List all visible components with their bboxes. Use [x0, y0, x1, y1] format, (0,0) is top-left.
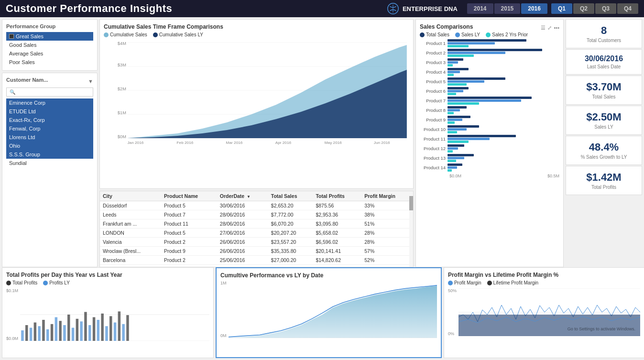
customer-sundial[interactable]: Sundial: [6, 159, 93, 167]
year-2015-btn[interactable]: 2015: [494, 3, 521, 14]
bar-ly: [448, 61, 458, 64]
cell-city: Valencia: [100, 238, 161, 247]
cell-margin: 51%: [361, 219, 413, 229]
bar-label: Product 5: [420, 79, 448, 84]
q4-btn[interactable]: Q4: [617, 3, 638, 14]
col-totalsales[interactable]: Total Sales: [268, 191, 313, 201]
perf-item-great-sales[interactable]: Great Sales: [6, 32, 93, 41]
svg-rect-22: [21, 330, 24, 341]
perf-item-good-sales[interactable]: Good Sales: [6, 41, 93, 49]
customer-exactrx[interactable]: Exact-Rx, Corp: [6, 116, 93, 124]
cell-profits: $5,658.02: [313, 229, 361, 238]
bar-label: Product 3: [420, 60, 448, 65]
svg-text:Apr 2016: Apr 2016: [275, 141, 292, 145]
windows-watermark: Go to Settings to activate Windows.: [568, 327, 635, 331]
perf-item-average-sales[interactable]: Average Sales: [6, 49, 93, 58]
customer-eminence[interactable]: Eminence Corp: [6, 98, 93, 107]
cell-date: 26/06/2016: [217, 247, 268, 256]
profits-chart-area: $0.1M $0.0M: [6, 288, 209, 341]
bar-2yr: [448, 141, 469, 143]
cell-profits: $3,095.80: [313, 219, 361, 229]
bar-total: [448, 77, 505, 80]
table-row[interactable]: Leeds Product 7 28/06/2016 $7,772.00 $2,…: [100, 210, 413, 219]
cell-profits: $2,953.36: [313, 210, 361, 219]
customer-search-box[interactable]: 🔍: [6, 87, 93, 97]
col-city[interactable]: City: [100, 191, 161, 201]
legend-lm-dot: [487, 281, 492, 285]
table-row[interactable]: Valencia Product 2 26/06/2016 $23,557.20…: [100, 238, 413, 247]
q1-btn[interactable]: Q1: [551, 3, 572, 14]
bar-2yr: [448, 64, 453, 66]
cell-sales: $2,653.20: [268, 201, 313, 210]
customer-fenwal[interactable]: Fenwal, Corp: [6, 124, 93, 133]
bar-label: Product 11: [420, 136, 448, 142]
legend-profitsly-dot: [43, 281, 48, 285]
svg-text:Feb 2016: Feb 2016: [177, 141, 194, 145]
customer-sss[interactable]: S.S.S. Group: [6, 150, 93, 159]
bar-group: [448, 68, 559, 76]
cumulative-sales-panel: Cumulative Sales Time Frame Comparisons …: [99, 19, 414, 189]
cell-sales: $23,557.20: [268, 238, 313, 247]
dropdown-chevron-icon[interactable]: ▼: [88, 78, 93, 84]
customer-llorens[interactable]: Llorens Ltd: [6, 133, 93, 142]
cell-margin: 38%: [361, 210, 413, 219]
bar-label: Product 1: [420, 41, 448, 46]
cell-sales: $7,772.00: [268, 210, 313, 219]
cell-city: Düsseldorf: [100, 201, 161, 210]
svg-marker-62: [458, 315, 640, 336]
panel-more-icon[interactable]: •••: [554, 25, 559, 31]
cell-margin: 28%: [361, 238, 413, 247]
table-row[interactable]: Frankfurt am ... Product 11 28/06/2016 $…: [100, 219, 413, 229]
cumulative-chart-area: $4M $3M $2M $1M $0M: [104, 40, 409, 145]
stat-profits-label: Total Profits: [572, 185, 636, 190]
perf-item-poor-sales[interactable]: Poor Sales: [6, 58, 93, 66]
customer-ohio[interactable]: Ohio: [6, 142, 93, 150]
pm-y-top: 50%: [448, 288, 457, 293]
cell-product: Product 7: [161, 210, 217, 219]
svg-rect-33: [67, 315, 70, 341]
legend-2yr-dot: [486, 33, 491, 37]
bar-total: [448, 116, 470, 118]
panel-expand-icon[interactable]: ⤢: [547, 25, 552, 31]
legend-total-profits: Total Profits: [6, 280, 37, 285]
bar-2yr: [448, 150, 453, 153]
col-orderdate[interactable]: OrderDate ▼: [217, 191, 268, 201]
table-row[interactable]: Wroclaw (Bresl... Product 9 26/06/2016 $…: [100, 247, 413, 256]
stat-date-value: 30/06/2016: [572, 55, 636, 63]
cell-date: 28/06/2016: [217, 210, 268, 219]
legend-lifetime-margin: Lifetime Profit Margin: [487, 280, 538, 285]
table-row[interactable]: Düsseldorf Product 5 30/06/2016 $2,653.2…: [100, 201, 413, 210]
bar-chart-row: Product 5: [420, 77, 559, 86]
profits-legend: Total Profits Profits LY: [6, 280, 209, 285]
cell-date: 26/06/2016: [217, 238, 268, 247]
cum-perf-svg: Jan 2016 Feb 2016 Mar 2016 Apr 2016 May …: [229, 281, 437, 338]
bar-2yr: [448, 55, 474, 57]
col-profits[interactable]: Total Profits: [313, 191, 361, 201]
svg-rect-42: [105, 326, 108, 341]
customer-etude[interactable]: ETUDE Ltd: [6, 107, 93, 116]
cell-profits: $20,141.41: [313, 247, 361, 256]
cum-perf-y-top: 1M: [220, 281, 227, 285]
legend-sales-2yr: Sales 2 Yrs Prior: [486, 32, 528, 37]
svg-rect-28: [46, 329, 49, 341]
col-product[interactable]: Product Name: [161, 191, 217, 201]
poor-sales-label: Poor Sales: [9, 59, 35, 65]
legend-profits-ly: Profits LY: [43, 280, 70, 285]
bar-label: Product 4: [420, 69, 448, 75]
svg-rect-39: [93, 317, 96, 341]
cum-perf-title: Cumultive Performance vs LY by Date: [220, 272, 437, 279]
bar-2yr: [448, 93, 456, 95]
year-2016-btn[interactable]: 2016: [521, 3, 547, 14]
panel-menu-icon[interactable]: ☰: [541, 25, 546, 31]
col-margin[interactable]: Profit Margin: [361, 191, 413, 201]
legend-ly-label: Cumulative Sales LY: [159, 32, 203, 37]
stat-sales-label: Total Sales: [572, 94, 636, 99]
table-row[interactable]: LONDON Product 5 27/06/2016 $20,207.20 $…: [100, 229, 413, 238]
year-2014-btn[interactable]: 2014: [467, 3, 493, 14]
sales-comp-legend: Total Sales Sales LY Sales 2 Yrs Prior: [420, 32, 559, 37]
bar-ly: [448, 147, 458, 150]
table-row[interactable]: Barcelona Product 2 25/06/2016 $27,000.2…: [100, 256, 413, 265]
q2-btn[interactable]: Q2: [573, 3, 594, 14]
q3-btn[interactable]: Q3: [595, 3, 616, 14]
table-scrollbar[interactable]: [409, 191, 413, 267]
